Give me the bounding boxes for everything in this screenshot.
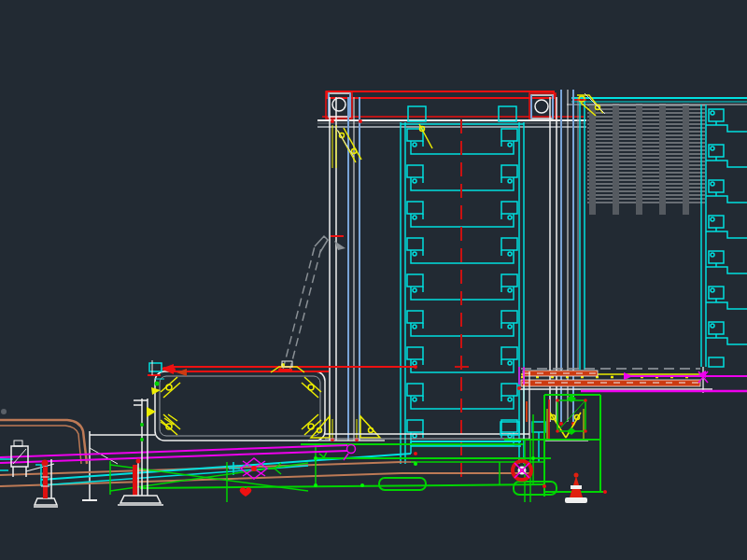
diagonal-brace[interactable]	[279, 236, 328, 371]
portal-corner-braces[interactable]	[161, 377, 321, 435]
cad-canvas[interactable]	[0, 0, 747, 560]
right-rack-brackets[interactable]	[706, 109, 747, 344]
traffic-cone[interactable]	[565, 473, 587, 504]
right-column-base-braces[interactable]	[544, 399, 588, 441]
right-beam-bundle[interactable]	[519, 367, 712, 439]
drawing-svg[interactable]	[0, 0, 747, 560]
cyan-wall-verticals[interactable]	[580, 101, 585, 370]
portal-frame[interactable]	[155, 371, 325, 441]
wheel-symbol[interactable]	[513, 461, 531, 480]
rack-centerline[interactable]	[455, 119, 469, 485]
left-column-base-braces[interactable]	[308, 416, 385, 441]
